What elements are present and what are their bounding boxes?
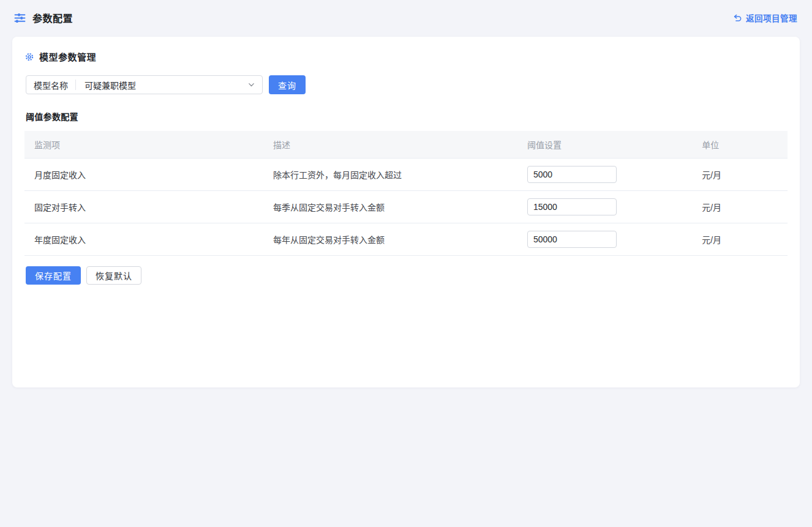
column-header-unit: 单位 bbox=[692, 131, 788, 159]
table-row: 年度固定收入 每年从固定交易对手转入金额 元/月 bbox=[24, 223, 788, 256]
back-link-label: 返回项目管理 bbox=[746, 12, 797, 24]
threshold-table: 监测项 描述 阈值设置 单位 月度固定收入 除本行工资外，每月固定收入超过 元/… bbox=[24, 131, 788, 256]
threshold-input[interactable] bbox=[527, 166, 617, 183]
column-header-threshold: 阈值设置 bbox=[517, 131, 692, 159]
undo-icon bbox=[733, 13, 742, 23]
save-config-button[interactable]: 保存配置 bbox=[26, 266, 81, 285]
card-title-group: 模型参数管理 bbox=[24, 50, 788, 63]
table-row: 月度固定收入 除本行工资外，每月固定收入超过 元/月 bbox=[24, 159, 788, 191]
column-header-item: 监测项 bbox=[24, 131, 263, 159]
back-to-project-management-link[interactable]: 返回项目管理 bbox=[733, 12, 797, 24]
query-button[interactable]: 查询 bbox=[269, 75, 306, 94]
sliders-icon bbox=[13, 12, 26, 24]
model-name-selected-value: 可疑兼职模型 bbox=[76, 79, 247, 91]
monitor-desc: 每年从固定交易对手转入金额 bbox=[263, 223, 517, 256]
monitor-desc: 每季从固定交易对手转入金额 bbox=[263, 191, 517, 223]
page-title-group: 参数配置 bbox=[13, 10, 73, 25]
page-title: 参数配置 bbox=[32, 10, 73, 25]
restore-defaults-button[interactable]: 恢复默认 bbox=[86, 266, 141, 285]
table-row: 固定对手转入 每季从固定交易对手转入金额 元/月 bbox=[24, 191, 788, 223]
chevron-down-icon bbox=[247, 81, 255, 89]
threshold-input[interactable] bbox=[527, 198, 617, 215]
card-title: 模型参数管理 bbox=[39, 50, 96, 63]
column-header-desc: 描述 bbox=[263, 131, 517, 159]
monitor-desc: 除本行工资外，每月固定收入超过 bbox=[263, 159, 517, 191]
threshold-input[interactable] bbox=[527, 231, 617, 248]
monitor-item: 年度固定收入 bbox=[24, 223, 263, 256]
actions-row: 保存配置 恢复默认 bbox=[24, 266, 788, 285]
monitor-unit: 元/月 bbox=[692, 191, 788, 223]
filter-row: 模型名称 可疑兼职模型 查询 bbox=[24, 75, 788, 94]
gear-icon bbox=[24, 52, 34, 62]
table-header-row: 监测项 描述 阈值设置 单位 bbox=[24, 131, 788, 159]
model-name-select[interactable]: 模型名称 可疑兼职模型 bbox=[26, 75, 263, 94]
monitor-unit: 元/月 bbox=[692, 223, 788, 256]
monitor-item: 月度固定收入 bbox=[24, 159, 263, 191]
model-name-label: 模型名称 bbox=[26, 79, 75, 91]
monitor-unit: 元/月 bbox=[692, 159, 788, 191]
model-params-card: 模型参数管理 模型名称 可疑兼职模型 查询 阈值参数配置 监测项 描述 阈值设置… bbox=[12, 37, 800, 387]
monitor-item: 固定对手转入 bbox=[24, 191, 263, 223]
threshold-section-title: 阈值参数配置 bbox=[24, 110, 788, 122]
page-header: 参数配置 返回项目管理 bbox=[0, 0, 812, 36]
